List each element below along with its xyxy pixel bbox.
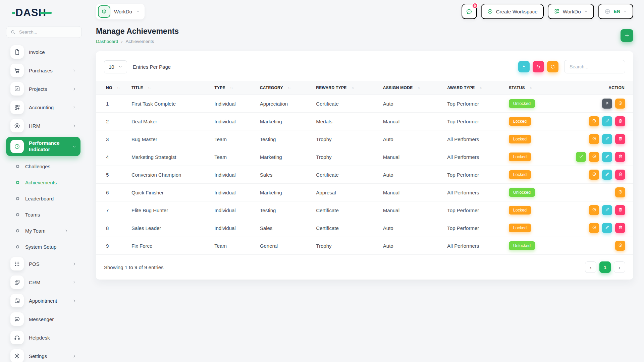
column-header-award-type[interactable]: AWARD TYPE↑↓ xyxy=(444,81,505,95)
sidebar-item-projects[interactable]: Projects xyxy=(6,81,80,96)
row-award-type: Top Performer xyxy=(444,113,505,130)
row-assign-mode: Manual xyxy=(380,113,444,130)
row-status: Unlocked xyxy=(505,95,570,113)
sidebar-search[interactable] xyxy=(6,26,82,38)
table-header: NO↑↓TITLE↑↓TYPE↑↓CATEGORY↑↓REWARD TYPE↑↓… xyxy=(96,81,633,95)
column-header-status[interactable]: STATUS↑↓ xyxy=(505,81,570,95)
row-type: Team xyxy=(211,130,257,148)
sidebar-item-crm[interactable]: CRM xyxy=(6,275,80,290)
delete-button[interactable] xyxy=(615,134,625,144)
edit-button[interactable] xyxy=(602,170,612,180)
view-button[interactable] xyxy=(589,134,599,144)
edit-button[interactable] xyxy=(602,152,612,162)
sidebar-item-label: Settings xyxy=(29,353,47,359)
messages-button[interactable]: 0 xyxy=(462,4,477,19)
row-status: Locked xyxy=(505,166,570,184)
achievements-card: 10 Entries Per Page xyxy=(96,51,633,280)
add-achievement-button[interactable] xyxy=(621,29,633,42)
sidebar-item-helpdesk[interactable]: Helpdesk xyxy=(6,330,80,345)
workspace-label: WorkDo xyxy=(114,9,132,14)
column-header-category[interactable]: CATEGORY↑↓ xyxy=(257,81,313,95)
file-icon xyxy=(10,45,24,59)
workspace-switcher[interactable]: WorkDo xyxy=(96,4,145,19)
row-no: 7 xyxy=(96,201,128,219)
delete-button[interactable] xyxy=(615,205,625,215)
chevron-down-icon xyxy=(72,144,76,149)
row-assign-mode: Auto xyxy=(380,95,444,113)
row-type: Individual xyxy=(211,113,257,130)
play-button[interactable] xyxy=(602,99,612,109)
view-button[interactable] xyxy=(615,187,625,197)
sidebar-item-my-team[interactable]: My Team xyxy=(6,224,80,237)
language-button[interactable]: EN xyxy=(598,4,633,19)
sidebar-item-purchases[interactable]: Purchases xyxy=(6,63,80,78)
plus-icon xyxy=(624,33,630,38)
page-1-button[interactable]: 1 xyxy=(599,261,611,273)
eye-icon xyxy=(618,189,623,195)
column-header-no[interactable]: NO↑↓ xyxy=(96,81,128,95)
entries-per-page-select[interactable]: 10 xyxy=(104,60,127,73)
sidebar-item-hrm[interactable]: HRM xyxy=(6,118,80,133)
edit-button[interactable] xyxy=(602,134,612,144)
next-page-button[interactable]: › xyxy=(614,261,625,273)
row-title: Elite Bug Hunter xyxy=(128,201,211,219)
ring-icon xyxy=(15,212,20,217)
sidebar-item-accounting[interactable]: Accounting xyxy=(6,100,80,115)
sidebar-search-input[interactable] xyxy=(18,29,77,35)
view-button[interactable] xyxy=(589,170,599,180)
view-button[interactable] xyxy=(589,152,599,162)
table-row: 8Sales LeaderIndividualSalesCertificateA… xyxy=(96,219,633,237)
export-button[interactable] xyxy=(518,61,530,72)
row-award-type: Top Performer xyxy=(444,166,505,184)
sidebar-item-settings[interactable]: Settings xyxy=(6,349,80,362)
reload-button[interactable] xyxy=(547,61,558,72)
delete-button[interactable] xyxy=(615,223,625,233)
delete-button[interactable] xyxy=(615,152,625,162)
workdo-menu-button[interactable]: WorkDo xyxy=(548,4,594,19)
grid-plus-icon xyxy=(10,101,24,114)
view-button[interactable] xyxy=(615,241,625,251)
column-header-type[interactable]: TYPE↑↓ xyxy=(211,81,257,95)
dash-logo: DASH xyxy=(15,7,46,19)
previous-page-button[interactable]: ‹ xyxy=(585,261,596,273)
delete-button[interactable] xyxy=(615,170,625,180)
column-header-title[interactable]: TITLE↑↓ xyxy=(128,81,211,95)
sidebar-item-performance-indicator[interactable]: Performance Indicator xyxy=(6,137,80,156)
edit-button[interactable] xyxy=(602,116,612,126)
logo-accent-dot xyxy=(12,12,15,14)
sidebar-item-leaderboard[interactable]: Leaderboard xyxy=(6,192,80,205)
sidebar-item-appointment[interactable]: Appointment xyxy=(6,293,80,308)
edit-button[interactable] xyxy=(602,223,612,233)
row-no: 9 xyxy=(96,237,128,255)
table-row: 4Marketing StrategistTeamMarketingTrophy… xyxy=(96,148,633,166)
sidebar-item-system-setup[interactable]: System Setup xyxy=(6,240,80,253)
sidebar-item-teams[interactable]: Teams xyxy=(6,208,80,221)
delete-button[interactable] xyxy=(615,116,625,126)
breadcrumb-dashboard-link[interactable]: Dashboard xyxy=(96,39,118,44)
sidebar-item-invoice[interactable]: Invoice xyxy=(6,45,80,59)
layers-icon xyxy=(10,276,24,289)
eye-icon xyxy=(592,172,597,178)
view-button[interactable] xyxy=(615,99,625,109)
status-badge: Locked xyxy=(509,135,531,143)
view-button[interactable] xyxy=(589,223,599,233)
trash-icon xyxy=(618,136,623,142)
view-button[interactable] xyxy=(589,205,599,215)
table-search-input[interactable] xyxy=(564,60,625,73)
row-category: Sales xyxy=(257,166,313,184)
chevron-down-icon xyxy=(623,9,627,13)
pencil-icon xyxy=(605,172,610,178)
column-header-assign-mode[interactable]: ASSIGN MODE↑↓ xyxy=(380,81,444,95)
approve-button[interactable] xyxy=(576,152,586,162)
sidebar-item-achievements[interactable]: Achievements xyxy=(6,176,80,189)
reset-button[interactable] xyxy=(533,61,544,72)
sidebar-item-pos[interactable]: POS xyxy=(6,256,80,271)
sidebar-item-challenges[interactable]: Challenges xyxy=(6,160,80,173)
create-workspace-button[interactable]: Create Workspace xyxy=(481,4,544,19)
view-button[interactable] xyxy=(589,116,599,126)
edit-button[interactable] xyxy=(602,205,612,215)
check-icon xyxy=(579,154,584,160)
sidebar-item-messenger[interactable]: Messenger xyxy=(6,312,80,326)
column-header-reward-type[interactable]: REWARD TYPE↑↓ xyxy=(313,81,379,95)
chevron-right-icon xyxy=(72,105,76,110)
